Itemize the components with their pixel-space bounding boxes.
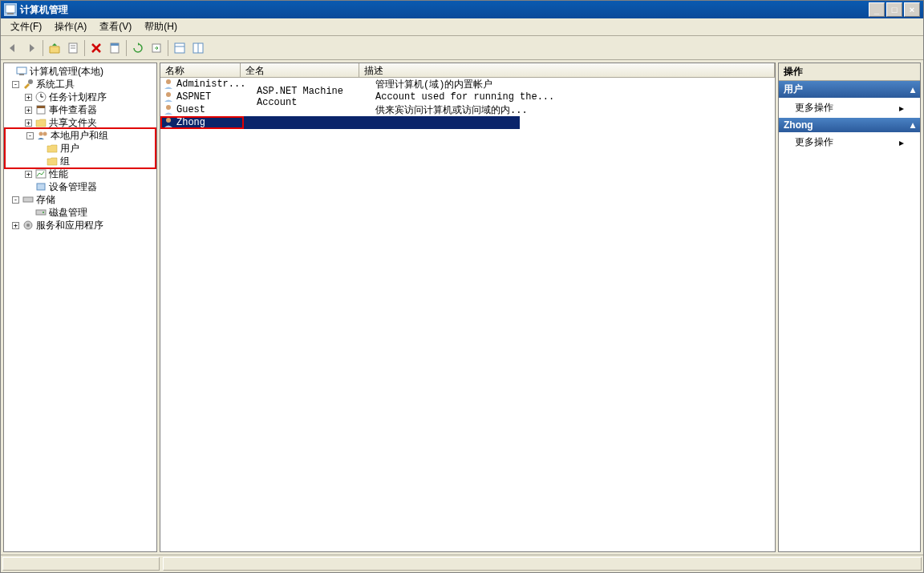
titlebar: 计算机管理 _ □ × xyxy=(1,1,923,18)
clock-icon xyxy=(34,91,47,103)
content-area: 计算机管理(本地) - 系统工具 + 任务计划程序 + 事件查看器 + 共享文件… xyxy=(1,60,923,555)
app-icon xyxy=(4,3,17,16)
collapse-icon[interactable]: - xyxy=(12,196,19,204)
action-more-zhong[interactable]: 更多操作 ▸ xyxy=(779,132,920,152)
column-name[interactable]: 名称 xyxy=(160,63,241,77)
expand-icon[interactable]: + xyxy=(25,107,32,114)
properties2-button[interactable] xyxy=(106,39,124,57)
window-title: 计算机管理 xyxy=(20,3,68,17)
svg-point-32 xyxy=(166,118,171,123)
svg-point-28 xyxy=(26,224,30,227)
collapse-icon[interactable]: - xyxy=(26,132,34,139)
tree-device-manager[interactable]: 设备管理器 xyxy=(4,180,156,193)
svg-rect-6 xyxy=(111,43,119,46)
menu-file[interactable]: 文件(F) xyxy=(4,18,48,35)
column-desc[interactable]: 描述 xyxy=(359,63,775,77)
collapse-icon[interactable]: - xyxy=(12,81,19,88)
svg-point-20 xyxy=(39,132,43,136)
delete-button[interactable] xyxy=(87,39,105,57)
properties-button[interactable] xyxy=(64,39,82,57)
list-panel: 名称 全名 描述 Administr... 管理计算机(域)的内置帐户 ASPN… xyxy=(160,63,776,552)
action-more-users[interactable]: 更多操作 ▸ xyxy=(779,98,920,118)
highlight-local-users: - 本地用户和组 用户 组 xyxy=(4,127,156,169)
close-button[interactable]: × xyxy=(904,2,920,17)
folder-icon xyxy=(46,155,59,167)
main-window: 计算机管理 _ □ × 文件(F) 操作(A) 查看(V) 帮助(H) xyxy=(0,0,924,573)
up-button[interactable] xyxy=(46,39,63,57)
svg-point-26 xyxy=(43,212,44,213)
minimize-button[interactable]: _ xyxy=(869,2,885,17)
menu-action[interactable]: 操作(A) xyxy=(48,18,93,35)
performance-icon xyxy=(34,168,47,180)
svg-rect-24 xyxy=(23,197,33,202)
tools-icon xyxy=(22,79,34,90)
user-row[interactable]: Guest 供来宾访问计算机或访问域的内... xyxy=(160,103,775,116)
disk-icon xyxy=(34,207,47,218)
folder-icon xyxy=(46,143,59,154)
user-icon xyxy=(162,91,175,103)
tree-task-scheduler[interactable]: + 任务计划程序 xyxy=(4,91,156,103)
expand-icon[interactable]: + xyxy=(25,171,32,178)
actions-section-zhong[interactable]: Zhong ▴ xyxy=(779,118,920,132)
expand-icon[interactable]: + xyxy=(25,94,32,101)
user-row-selected[interactable]: Zhong xyxy=(160,116,520,129)
tree-disk-management[interactable]: 磁盘管理 xyxy=(4,206,156,219)
actions-section-users[interactable]: 用户 ▴ xyxy=(779,81,920,98)
tree-local-users-groups[interactable]: - 本地用户和组 xyxy=(6,129,155,142)
tree-panel[interactable]: 计算机管理(本地) - 系统工具 + 任务计划程序 + 事件查看器 + 共享文件… xyxy=(3,63,157,552)
svg-point-29 xyxy=(166,79,171,84)
storage-icon xyxy=(22,194,34,205)
tree-root[interactable]: 计算机管理(本地) xyxy=(4,65,156,78)
menubar: 文件(F) 操作(A) 查看(V) 帮助(H) xyxy=(1,18,923,36)
menu-view[interactable]: 查看(V) xyxy=(93,18,138,35)
user-icon xyxy=(162,117,175,128)
actions-panel: 操作 用户 ▴ 更多操作 ▸ Zhong ▴ 更多操作 ▸ xyxy=(778,63,921,552)
user-row[interactable]: Administr... 管理计算机(域)的内置帐户 xyxy=(160,78,775,91)
svg-point-31 xyxy=(166,105,171,110)
svg-rect-8 xyxy=(175,43,184,53)
svg-rect-13 xyxy=(19,74,24,75)
forward-button[interactable] xyxy=(22,39,40,57)
tree-groups[interactable]: 组 xyxy=(6,155,155,167)
list-body[interactable]: Administr... 管理计算机(域)的内置帐户 ASPNET ASP.NE… xyxy=(160,78,775,551)
svg-rect-12 xyxy=(17,67,26,74)
event-icon xyxy=(34,104,47,115)
svg-point-21 xyxy=(43,132,47,136)
actions-title: 操作 xyxy=(779,63,920,81)
column-fullname[interactable]: 全名 xyxy=(241,63,359,77)
tree-event-viewer[interactable]: + 事件查看器 xyxy=(4,103,156,116)
services-icon xyxy=(22,220,34,231)
view2-button[interactable] xyxy=(189,39,207,57)
tree-system-tools[interactable]: - 系统工具 xyxy=(4,78,156,91)
chevron-right-icon: ▸ xyxy=(899,137,904,148)
computer-icon xyxy=(15,66,28,77)
status-cell xyxy=(163,557,922,571)
menu-help[interactable]: 帮助(H) xyxy=(138,18,184,35)
refresh-button[interactable] xyxy=(129,39,147,57)
svg-rect-23 xyxy=(37,184,45,190)
statusbar xyxy=(1,555,923,572)
expand-icon[interactable]: + xyxy=(25,119,32,127)
svg-rect-25 xyxy=(36,210,46,215)
tree-performance[interactable]: + 性能 xyxy=(4,167,156,180)
list-header: 名称 全名 描述 xyxy=(160,63,775,78)
export-button[interactable] xyxy=(148,39,165,57)
svg-rect-1 xyxy=(7,13,14,14)
tree-storage[interactable]: - 存储 xyxy=(4,193,156,206)
svg-point-14 xyxy=(28,79,33,84)
users-groups-icon xyxy=(36,130,49,141)
maximize-button[interactable]: □ xyxy=(886,2,902,17)
user-row[interactable]: ASPNET ASP.NET Machine Account Account u… xyxy=(160,91,775,103)
chevron-up-icon: ▴ xyxy=(910,119,915,131)
tree-services-apps[interactable]: + 服务和应用程序 xyxy=(4,219,156,232)
chevron-right-icon: ▸ xyxy=(899,103,904,114)
expand-icon[interactable]: + xyxy=(12,222,19,229)
tree-users[interactable]: 用户 xyxy=(6,142,155,155)
svg-point-30 xyxy=(166,92,171,97)
back-button[interactable] xyxy=(4,39,22,57)
svg-rect-0 xyxy=(6,5,15,13)
view1-button[interactable] xyxy=(171,39,188,57)
device-icon xyxy=(34,181,47,192)
svg-rect-19 xyxy=(37,106,45,108)
user-icon xyxy=(162,79,175,90)
